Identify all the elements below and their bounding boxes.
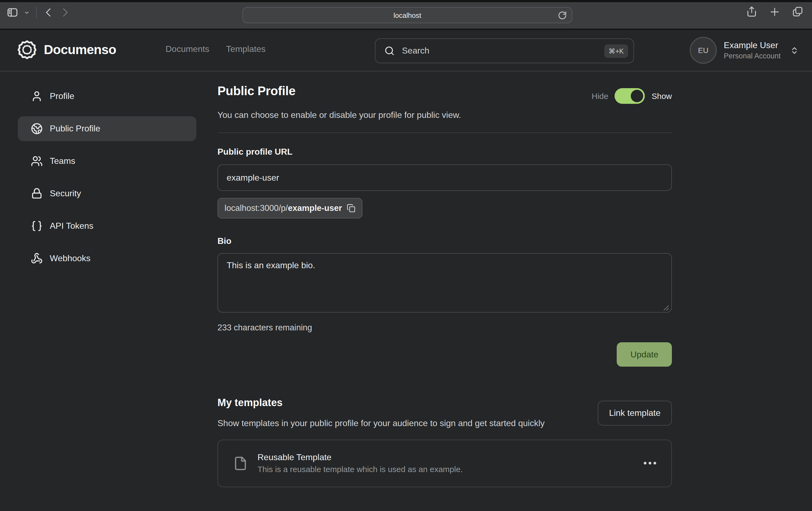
tab-overview-icon[interactable]	[792, 6, 803, 17]
user-account-type: Personal Account	[724, 52, 781, 60]
sidebar-item-security[interactable]: Security	[18, 181, 196, 206]
app-header: Documenso Documents Templates Search ⌘+K…	[0, 30, 812, 71]
user-name: Example User	[724, 40, 781, 50]
template-name: Reusable Template	[258, 453, 463, 462]
section-divider	[218, 132, 672, 133]
sidebar-item-profile[interactable]: Profile	[18, 84, 196, 109]
chevron-down-icon[interactable]	[24, 9, 30, 16]
bio-label: Bio	[218, 236, 672, 246]
user-menu[interactable]: EU Example User Personal Account	[690, 37, 799, 64]
copy-icon	[347, 204, 355, 212]
sidebar-item-label: API Tokens	[50, 221, 93, 231]
sidebar-item-label: Teams	[50, 156, 75, 166]
sidebar-item-api-tokens[interactable]: API Tokens	[18, 214, 196, 238]
update-button[interactable]: Update	[617, 342, 672, 367]
users-icon	[31, 155, 43, 167]
settings-sidebar: Profile Public Profile Teams	[18, 84, 196, 278]
top-nav: Documents Templates	[166, 44, 266, 54]
nav-templates[interactable]: Templates	[226, 44, 266, 54]
brand-name: Documenso	[44, 42, 116, 57]
lock-icon	[31, 188, 43, 200]
avatar: EU	[690, 37, 717, 64]
public-url-text: localhost:3000/p/example-user	[225, 203, 342, 213]
page-title: Public Profile	[218, 84, 295, 98]
sidebar-item-label: Profile	[50, 91, 75, 101]
profile-url-label: Public profile URL	[218, 147, 672, 157]
profile-url-input[interactable]	[218, 164, 672, 191]
search-icon	[384, 46, 395, 56]
sidebar-item-webhooks[interactable]: Webhooks	[18, 246, 196, 271]
search-placeholder: Search	[402, 46, 604, 56]
search-input[interactable]: Search ⌘+K	[375, 38, 634, 63]
characters-remaining: 233 characters remaining	[218, 323, 672, 333]
template-list-item[interactable]: Reusable Template This is a reusable tem…	[218, 440, 672, 487]
braces-icon	[31, 220, 43, 232]
toolbar-divider	[36, 6, 37, 19]
sidebar-item-label: Security	[50, 189, 81, 199]
app-window: localhost	[0, 0, 812, 511]
template-description: This is a reusable template which is use…	[258, 465, 463, 474]
profile-visibility-toggle-group: Hide Show	[591, 88, 672, 104]
bio-textarea[interactable]: This is an example bio.	[218, 253, 672, 312]
my-templates-description: Show templates in your public profile fo…	[218, 416, 545, 430]
sidebar-item-public-profile[interactable]: Public Profile	[18, 116, 196, 141]
nav-documents[interactable]: Documents	[166, 44, 209, 54]
template-menu-ellipsis-icon[interactable]	[644, 462, 656, 465]
switch-knob	[631, 90, 643, 102]
webhook-icon	[31, 252, 43, 264]
forward-button[interactable]	[59, 7, 70, 18]
sidebar-item-label: Public Profile	[50, 124, 100, 133]
profile-visibility-switch[interactable]	[615, 88, 645, 104]
toggle-hide-label: Hide	[591, 91, 608, 100]
link-template-button[interactable]: Link template	[598, 401, 672, 426]
page-subtitle: You can choose to enable or disable your…	[218, 110, 672, 120]
documenso-logo-icon	[17, 39, 37, 60]
reload-icon[interactable]	[558, 11, 567, 20]
public-url-copy-chip[interactable]: localhost:3000/p/example-user	[218, 198, 362, 218]
brand[interactable]: Documenso	[17, 39, 116, 60]
main-content: Public Profile Hide Show You can choose …	[218, 84, 672, 487]
search-shortcut-badge: ⌘+K	[604, 44, 628, 58]
file-icon	[233, 454, 248, 473]
globe-icon	[31, 123, 43, 134]
new-tab-icon[interactable]	[769, 6, 780, 17]
address-bar-url: localhost	[394, 11, 422, 19]
toggle-show-label: Show	[651, 91, 672, 100]
back-button[interactable]	[43, 7, 54, 18]
browser-toolbar: localhost	[0, 0, 812, 30]
address-bar[interactable]: localhost	[242, 7, 572, 23]
share-icon[interactable]	[746, 6, 757, 17]
chevrons-up-down-icon	[790, 46, 799, 55]
sidebar-item-teams[interactable]: Teams	[18, 149, 196, 174]
my-templates-title: My templates	[218, 397, 545, 409]
sidebar-item-label: Webhooks	[50, 253, 91, 263]
browser-sidebar-icon[interactable]	[6, 6, 19, 19]
user-icon	[31, 90, 43, 102]
